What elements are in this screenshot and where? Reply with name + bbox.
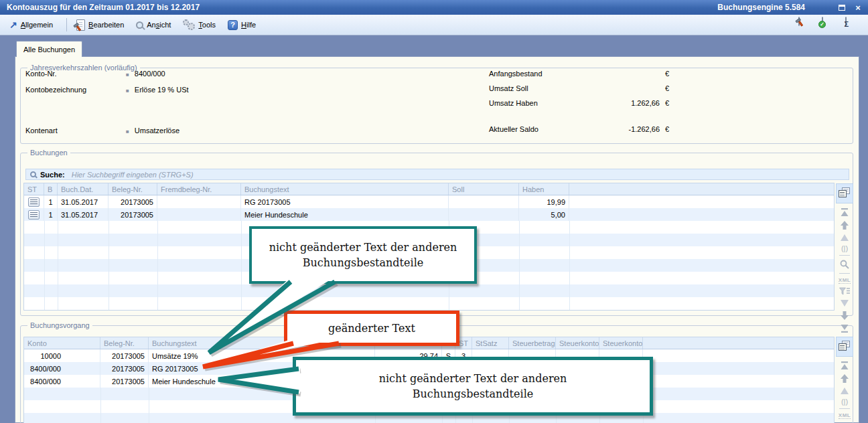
search-bar: Suche: (25, 169, 849, 180)
restore-button[interactable] (836, 2, 848, 13)
callout-changed-text: geänderter Text (284, 311, 459, 346)
field-umsatz-soll: Umsatz Soll€ (489, 84, 669, 92)
confirm-booking-button[interactable]: ✓ (822, 17, 835, 32)
search-input[interactable] (70, 170, 846, 179)
column-header-buchdat[interactable]: Buch.Dat. (58, 183, 108, 195)
umsatz-haben-value: 1.262,66 (576, 99, 660, 107)
gears-icon (183, 19, 195, 30)
menu-hilfe[interactable]: ? Hilfe (228, 20, 256, 30)
menu-ansicht-label: Ansicht (147, 21, 171, 29)
menu-separator (66, 18, 67, 31)
app-version-label: Buchungsengine 5.584 (717, 3, 805, 12)
column-header-steuerbetrag[interactable]: Steuerbetrag (509, 337, 556, 349)
fit-columns-icon[interactable]: (|) (841, 244, 848, 252)
scroll-down-icon[interactable] (840, 311, 849, 320)
currency-label: € (665, 125, 669, 133)
callout-unchanged-text-top: nicht geänderter Text der anderen Buchun… (249, 226, 477, 284)
groupbox-title: Buchungen (27, 149, 70, 157)
menu-ansicht[interactable]: Ansicht (136, 21, 171, 29)
column-chooser-icon[interactable] (836, 183, 853, 203)
callout-unchanged-text-bottom: nicht geänderter Text der anderen Buchun… (293, 357, 653, 416)
document-check-icon: ✓ (822, 17, 823, 26)
toolbar-right: ✓ Σ (798, 17, 859, 32)
column-header-b[interactable]: B (44, 183, 58, 195)
column-header-fremdbelegnr[interactable]: Fremdbeleg-Nr. (157, 183, 241, 195)
search-label: Suche: (40, 171, 65, 179)
window-title: Kontoauszug für den Zeitraum 01.2017 bis… (0, 3, 200, 12)
search-icon (30, 171, 36, 177)
scroll-to-bottom-icon[interactable] (840, 324, 849, 333)
sum-document-button[interactable]: Σ (845, 17, 859, 32)
scroll-up-icon[interactable] (840, 374, 849, 383)
xml-export-icon[interactable]: XML (839, 412, 851, 419)
application-window: Kontoauszug für den Zeitraum 01.2017 bis… (0, 0, 868, 423)
divider (839, 273, 850, 274)
help-icon: ? (228, 20, 238, 30)
bullet-icon: ■ (126, 88, 129, 94)
field-anfangsbestand: Anfangsbestand€ (489, 70, 669, 78)
column-header-soll[interactable]: Soll (449, 183, 519, 195)
document-sigma-icon: Σ (845, 17, 847, 26)
column-header-stsatz[interactable]: StSatz (472, 337, 509, 349)
column-header-buchungstext[interactable]: Buchungstext (241, 183, 449, 195)
divider (839, 408, 850, 409)
bookings-header-row: ST B Buch.Dat. Beleg-Nr. Fremdbeleg-Nr. … (24, 183, 834, 195)
menu-bar: ↗ Allgemein Bearbeiten Ansicht Tools ? H… (0, 15, 868, 35)
currency-label: € (665, 99, 669, 107)
menu-bearbeiten-label: Bearbeiten (88, 21, 124, 29)
xml-export-icon[interactable]: XML (839, 277, 851, 284)
booking-detail-icon[interactable] (28, 210, 40, 220)
move-up-icon[interactable] (840, 234, 849, 242)
tab-alle-buchungen[interactable]: Alle Buchungen (16, 41, 82, 57)
booking-detail-icon[interactable] (28, 197, 40, 207)
kontenart-value: Umsatzerlöse (135, 126, 179, 135)
column-header-steuerkonto1[interactable]: Steuerkonto 1 (556, 337, 599, 349)
transaction-side-toolbar: (|) XML (836, 337, 853, 420)
scroll-up-icon[interactable] (840, 221, 849, 230)
konto-nr-value: 8400/000 (135, 70, 165, 78)
currency-label: € (665, 70, 669, 78)
divider (839, 255, 850, 256)
move-up-icon[interactable] (840, 387, 849, 395)
field-konto-nr: Konto-Nr.■8400/000 (25, 70, 165, 78)
column-header-steuerkonto2[interactable]: Steuerkonto 2 (599, 337, 643, 349)
edit-document-icon (76, 19, 85, 31)
title-bar: Kontoauszug für den Zeitraum 01.2017 bis… (0, 0, 868, 15)
magnifier-icon (136, 21, 143, 29)
booking-row[interactable]: 1 31.05.2017 20173005 RG 20173005 19,99 (24, 195, 834, 208)
arrow-ne-icon: ↗ (9, 20, 17, 29)
restore-icon (839, 5, 845, 11)
column-header-konto[interactable]: Konto (24, 337, 100, 349)
menu-tools-label: Tools (198, 21, 216, 29)
currency-label: € (665, 84, 669, 92)
menu-allgemein[interactable]: ↗ Allgemein (9, 20, 53, 29)
menu-bearbeiten[interactable]: Bearbeiten (76, 19, 124, 31)
field-kontobezeichnung: Kontobezeichnung■Erlöse 19 % USt (25, 86, 189, 94)
column-header-filler (569, 183, 834, 195)
bullet-icon: ■ (126, 72, 129, 78)
booking-row[interactable]: 1 31.05.2017 20173005 Meier Hundeschule … (24, 208, 834, 221)
menu-allgemein-label: Allgemein (21, 21, 53, 29)
column-header-st[interactable]: ST (24, 183, 44, 195)
column-header-haben[interactable]: Haben (519, 183, 569, 195)
bookings-side-toolbar: (|) XML (836, 183, 853, 335)
fit-columns-icon[interactable]: (|) (841, 398, 848, 406)
filter-icon[interactable] (839, 287, 850, 295)
close-icon: × (855, 3, 861, 12)
hammer-icon (71, 21, 84, 33)
move-down-icon[interactable] (840, 299, 849, 307)
menu-hilfe-label: Hilfe (241, 21, 256, 29)
column-header-belegnr[interactable]: Beleg-Nr. (100, 337, 149, 349)
field-kontenart: Kontenart■Umsatzerlöse (25, 126, 179, 135)
edit-booking-button[interactable] (798, 17, 812, 32)
groupbox-title: Buchungsvorgang (27, 321, 92, 329)
column-header-filler (643, 337, 834, 349)
column-header-belegnr[interactable]: Beleg-Nr. (108, 183, 157, 195)
column-chooser-icon[interactable] (836, 337, 853, 357)
scroll-to-top-icon[interactable] (840, 208, 849, 217)
search-icon[interactable] (840, 260, 849, 269)
scroll-to-top-icon[interactable] (840, 361, 849, 370)
aktueller-saldo-value: -1.262,66 (576, 125, 660, 133)
menu-tools[interactable]: Tools (183, 19, 216, 30)
close-button[interactable]: × (852, 2, 864, 13)
